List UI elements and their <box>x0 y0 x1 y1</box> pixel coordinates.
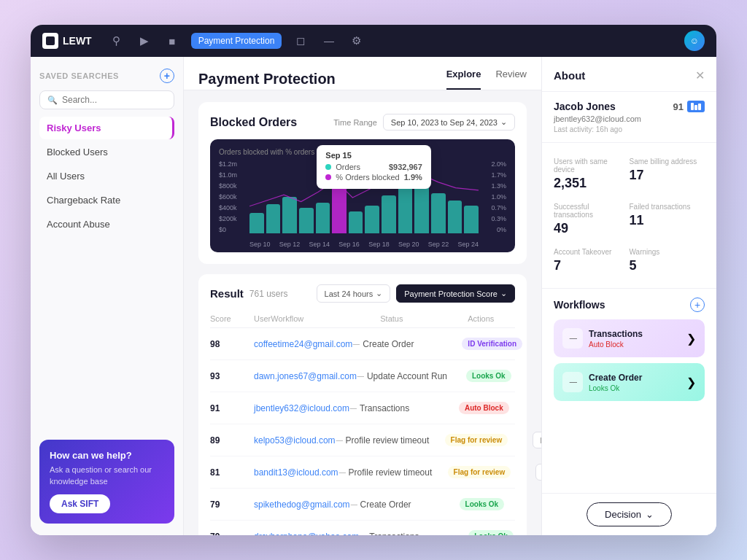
workflow-card-transactions[interactable]: ⸻ Transactions Auto Block ❯ <box>554 319 705 357</box>
workflows-title: Workflows <box>554 299 605 311</box>
workflow-card-create-order[interactable]: ⸻ Create Order Looks Ok ❯ <box>554 363 705 401</box>
tooltip-pct-dot <box>325 174 331 180</box>
stat-account-takeover: Account Takeover 7 <box>554 242 630 279</box>
panel-footer: Decision ⌄ <box>542 493 716 535</box>
tooltip-pct-row: % Orders blocked 1.9% <box>325 173 422 182</box>
table-row: 79 spikethedog@gmail.com ⸻Create Order L… <box>210 489 515 521</box>
shield-icon[interactable]: ▶ <box>136 34 153 47</box>
header-tabs: Explore Review <box>446 69 527 90</box>
help-box: How can we help? Ask a question or searc… <box>39 440 174 524</box>
chart-container: Orders blocked with % orders blocked by … <box>210 139 515 252</box>
about-panel: About ✕ Jacob Jones 91 jbentley632@iclou… <box>541 57 716 535</box>
content-header: Payment Protection Explore Review <box>184 57 541 90</box>
chevron-down-icon: ⌄ <box>500 117 507 127</box>
user-email: jbentley632@icloud.com <box>554 114 705 123</box>
user-name: Jacob Jones <box>554 101 616 112</box>
tab-review[interactable]: Review <box>495 69 527 90</box>
sidebar-title: Saved Searches + <box>39 69 174 83</box>
ask-sift-button[interactable]: Ask SIFT <box>50 494 110 513</box>
time-range-label: Time Range <box>333 118 377 127</box>
close-button[interactable]: ✕ <box>695 69 705 82</box>
search-icon[interactable]: ⚲ <box>108 34 125 47</box>
help-description: Ask a question or search our knowledge b… <box>50 464 164 487</box>
filter-buttons: Last 24 hours ⌄ Payment Protection Score… <box>317 284 515 303</box>
tab-explore[interactable]: Explore <box>446 69 481 90</box>
stat-warnings: Warnings 5 <box>630 242 705 279</box>
sidebar: Saved Searches + 🔍 Risky Users Blocked U… <box>31 57 184 535</box>
page-title: Payment Protection <box>198 71 336 88</box>
svg-rect-1 <box>694 105 697 110</box>
table-row: 93 dawn.jones67@gmail.com ⸻Update Accoun… <box>210 360 515 392</box>
status-badge: ID Verification <box>462 338 522 350</box>
branch-icon[interactable]: ⸻ <box>320 35 337 47</box>
stats-grid: Users with same device 2,351 Same billin… <box>542 143 716 289</box>
chevron-down-icon: ⌄ <box>500 289 507 298</box>
sidebar-item-account-abuse[interactable]: Account Abuse <box>39 213 174 236</box>
main-content: Payment Protection Explore Review Blocke… <box>184 57 541 535</box>
add-workflow-button[interactable]: + <box>690 298 705 312</box>
chevron-right-icon: ❯ <box>686 376 696 389</box>
status-badge: Flag for review <box>445 434 508 446</box>
col-status: Status <box>380 314 468 323</box>
sidebar-item-all-users[interactable]: All Users <box>39 165 174 187</box>
grid-icon[interactable]: ■ <box>163 35 181 47</box>
sidebar-item-chargeback-rate[interactable]: Chargeback Rate <box>39 189 174 211</box>
table-row: 81 bandit13@icloud.com ⸻Profile review t… <box>210 456 515 489</box>
active-nav-tab[interactable]: Payment Protection <box>191 33 282 49</box>
chart-tooltip: Sep 15 Orders $932,967 % Orders blocked … <box>317 145 431 189</box>
decision-button[interactable]: Decision⌄ <box>533 432 541 448</box>
status-badge: Auto Block <box>459 402 509 414</box>
last-activity: Last activity: 16h ago <box>554 125 705 133</box>
panel-title: About <box>554 69 585 82</box>
workflow-icon-create-order: ⸻ <box>562 372 583 392</box>
blocked-orders-section: Blocked Orders Time Range Sep 10, 2023 t… <box>198 102 527 264</box>
status-badge: Flag for review <box>448 466 511 478</box>
decision-main-button[interactable]: Decision ⌄ <box>587 502 672 526</box>
blocked-orders-header: Blocked Orders Time Range Sep 10, 2023 t… <box>210 114 515 131</box>
settings-icon[interactable]: ⚙ <box>347 34 365 47</box>
col-user: User <box>254 314 271 323</box>
stat-failed-tx: Failed transactions 11 <box>630 197 705 242</box>
result-count: 761 users <box>249 289 288 299</box>
docs-icon[interactable]: ◻ <box>292 34 309 47</box>
table-header: Score User Workflow Status Actions <box>210 310 515 328</box>
workflow-card-left: ⸻ Create Order Looks Ok <box>562 372 642 392</box>
score-filter-button[interactable]: Payment Protection Score ⌄ <box>396 284 515 303</box>
stat-same-device: Users with same device 2,351 <box>554 152 630 197</box>
tooltip-date: Sep 15 <box>325 151 422 160</box>
stat-successful-tx: Successful transactions 49 <box>554 197 630 242</box>
result-title: Result 761 users <box>210 287 288 300</box>
status-badge: Looks Ok <box>468 530 514 535</box>
user-name-row: Jacob Jones 91 <box>554 101 705 112</box>
decision-button[interactable]: Decision⌄ <box>535 464 541 481</box>
app-logo[interactable]: LEWT <box>42 33 92 49</box>
search-input[interactable] <box>62 95 166 105</box>
workflow-card-left: ⸻ Transactions Auto Block <box>562 328 643 349</box>
table-row: 79 drcyberphone@yahoo.com ⸻Transactions … <box>210 521 515 535</box>
chevron-down-icon: ⌄ <box>646 509 654 520</box>
chart-x-labels: Sep 10Sep 12Sep 14Sep 16Sep 18Sep 20Sep … <box>249 241 479 248</box>
user-info: Jacob Jones 91 jbentley632@icloud.com La… <box>542 92 716 143</box>
add-search-button[interactable]: + <box>160 69 174 83</box>
status-badge: Looks Ok <box>460 498 505 510</box>
chevron-right-icon: ❯ <box>686 332 696 346</box>
chart-y-axis-left: $1.2m$1.0m$800k$600k$400k$200k$0 <box>219 160 248 233</box>
result-section: Result 761 users Last 24 hours ⌄ Payment… <box>198 274 527 535</box>
search-box[interactable]: 🔍 <box>39 90 174 109</box>
user-avatar[interactable]: ☺ <box>684 31 705 51</box>
workflow-icon-transactions: ⸻ <box>562 328 583 349</box>
svg-rect-0 <box>691 103 694 110</box>
workflows-section: Workflows + ⸻ Transactions Auto Block ❯ <box>542 289 716 493</box>
stat-same-billing: Same billing address 17 <box>630 152 705 197</box>
time-filter-button[interactable]: Last 24 hours ⌄ <box>317 284 391 303</box>
sidebar-item-blocked-users[interactable]: Blocked Users <box>39 141 174 163</box>
time-range-selector: Time Range Sep 10, 2023 to Sep 24, 2023 … <box>333 114 515 131</box>
col-score: Score <box>210 314 254 323</box>
table-row: 89 kelpo53@icloud.com ⸻Profile review ti… <box>210 424 515 456</box>
search-icon-small: 🔍 <box>47 96 58 105</box>
col-workflow: Workflow <box>271 314 380 323</box>
sidebar-item-risky-users[interactable]: Risky Users <box>39 117 174 139</box>
status-badge: Looks Ok <box>466 370 511 382</box>
content-body: Blocked Orders Time Range Sep 10, 2023 t… <box>184 90 541 535</box>
date-picker[interactable]: Sep 10, 2023 to Sep 24, 2023 ⌄ <box>383 114 515 131</box>
